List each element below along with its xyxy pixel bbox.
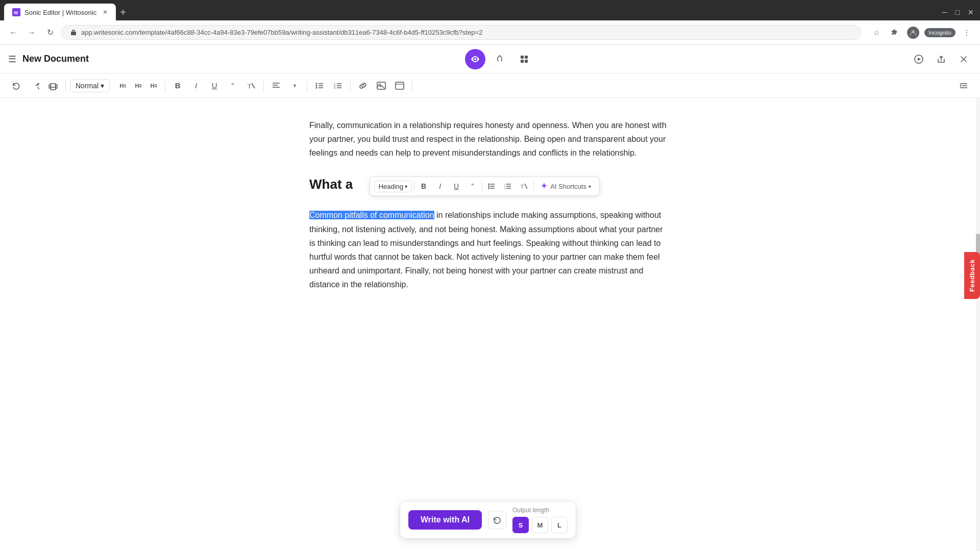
link-button[interactable] (355, 78, 371, 94)
url-text: app.writesonic.com/template/4af66c88-34c… (81, 29, 482, 36)
heading-buttons: H1 H2 H3 (116, 79, 161, 93)
ordered-list-button[interactable]: 1.2.3. (330, 78, 346, 94)
embed-button[interactable] (391, 78, 408, 94)
new-tab-button[interactable]: + (120, 7, 126, 18)
grid-button[interactable] (514, 49, 534, 69)
format-dropdown[interactable]: Normal ▾ (70, 79, 110, 92)
write-with-ai-button[interactable]: Write with AI (408, 510, 482, 530)
redo-button[interactable] (27, 78, 43, 94)
window-controls: ─ □ ✕ (942, 8, 980, 16)
eye-icon (470, 54, 480, 64)
document-title[interactable]: New Document (22, 54, 89, 64)
inline-ul-button[interactable] (484, 179, 499, 193)
h1-button[interactable]: H1 (116, 79, 130, 93)
svg-point-36 (488, 186, 489, 187)
inline-underline-button[interactable]: U (449, 179, 463, 193)
undo-button[interactable] (8, 78, 24, 94)
ai-shortcuts-button[interactable]: AI Shortcuts ▾ (536, 180, 595, 192)
svg-point-3 (474, 58, 476, 60)
close-btn[interactable]: ✕ (968, 8, 974, 16)
bookmark-icon[interactable]: ☆ (869, 26, 884, 40)
underline-button[interactable]: U (206, 78, 223, 94)
preview-button[interactable] (465, 49, 485, 69)
inline-toolbar: Heading ▾ B I U " (370, 177, 600, 196)
clear-format-button[interactable]: T (243, 78, 259, 94)
image-button[interactable] (373, 78, 389, 94)
svg-text:3.: 3. (504, 187, 506, 189)
close-icon[interactable] (955, 51, 972, 67)
inline-italic-button[interactable]: I (433, 179, 447, 193)
svg-rect-10 (51, 87, 56, 90)
svg-rect-30 (396, 82, 404, 89)
paragraph-1[interactable]: Finally, communication in a relationship… (309, 118, 667, 160)
ai-shortcuts-chevron: ▾ (589, 184, 591, 189)
refresh-button[interactable]: ↻ (43, 26, 57, 40)
menu-dots-icon[interactable]: ⋮ (960, 26, 974, 40)
extension-icon[interactable] (888, 26, 902, 40)
h2-button[interactable]: H2 (131, 79, 145, 93)
format-label: Normal (76, 82, 99, 90)
address-bar[interactable]: app.writesonic.com/template/4af66c88-34c… (61, 25, 861, 40)
heading-text[interactable]: What a (309, 177, 353, 192)
inline-format-dropdown[interactable]: Heading ▾ (374, 181, 412, 192)
feedback-tab[interactable]: Feedback (964, 252, 980, 299)
output-length-control: Output length S M L (512, 507, 568, 533)
selected-text[interactable]: Common pitfalls of communication (309, 211, 434, 219)
scrollbar[interactable] (976, 98, 980, 551)
inline-clear-format-button[interactable]: T (517, 179, 531, 193)
header-center-buttons (95, 49, 904, 69)
back-button[interactable]: ← (6, 26, 20, 40)
inline-toolbar-container: Heading ▾ B I U " (363, 177, 600, 196)
svg-text:3.: 3. (334, 86, 336, 89)
print-button[interactable] (45, 78, 61, 94)
length-m-button[interactable]: M (532, 517, 548, 533)
quote-button[interactable]: " (225, 78, 241, 94)
svg-rect-7 (525, 60, 528, 63)
paragraph-2[interactable]: Common pitfalls of communication in rela… (309, 208, 667, 291)
format-chevron: ▾ (101, 82, 104, 90)
forward-button[interactable]: → (24, 26, 39, 40)
inline-sep-3 (533, 181, 534, 191)
bold-button[interactable]: B (169, 78, 186, 94)
inline-format-label: Heading (379, 183, 403, 190)
inline-format-chevron: ▾ (405, 184, 407, 189)
length-l-button[interactable]: L (551, 517, 568, 533)
length-options: S M L (512, 517, 568, 533)
unordered-list-button[interactable] (311, 78, 328, 94)
tab-close-btn[interactable]: ✕ (103, 9, 108, 16)
inline-sep-1 (414, 181, 414, 191)
inline-ol-button[interactable]: 1.2.3. (501, 179, 515, 193)
svg-line-12 (252, 83, 255, 88)
svg-marker-9 (918, 58, 921, 61)
collapse-button[interactable] (955, 78, 972, 94)
tab-favicon: W (12, 8, 20, 16)
output-length-label: Output length (512, 507, 568, 514)
active-tab[interactable]: W Sonic Editor | Writosonic ✕ (4, 4, 116, 21)
length-s-button[interactable]: S (512, 517, 529, 533)
heading-section: What a Heading ▾ B I U " (309, 177, 667, 196)
play-icon[interactable] (911, 51, 927, 67)
lock-icon (70, 29, 77, 36)
incognito-badge: Incognito (924, 28, 955, 37)
svg-point-35 (488, 184, 489, 185)
hamburger-menu[interactable]: ☰ (8, 54, 16, 65)
inline-quote-button[interactable]: " (465, 179, 480, 193)
editor-inner: Finally, communication in a relationship… (289, 118, 687, 291)
inline-bold-button[interactable]: B (416, 179, 431, 193)
align-left-button[interactable] (268, 78, 284, 94)
paragraph-2-rest[interactable]: in relationships include making assumpti… (309, 211, 663, 289)
h3-button[interactable]: H3 (146, 79, 161, 93)
align-chevron[interactable]: ▾ (286, 78, 303, 94)
editor-area[interactable]: Finally, communication in a relationship… (0, 98, 976, 551)
profile-icon[interactable] (906, 26, 920, 40)
toolbar-sep-2 (165, 80, 165, 92)
refresh-button[interactable] (488, 511, 506, 529)
grid-icon (519, 54, 529, 64)
share-icon[interactable] (933, 51, 949, 67)
boost-button[interactable] (489, 49, 510, 69)
ai-icon (540, 182, 548, 190)
italic-button[interactable]: I (188, 78, 204, 94)
editor-toolbar: Normal ▾ H1 H2 H3 B I U " T ▾ 1.2.3. (0, 73, 980, 98)
maximize-btn[interactable]: □ (955, 8, 960, 16)
minimize-btn[interactable]: ─ (942, 8, 947, 16)
